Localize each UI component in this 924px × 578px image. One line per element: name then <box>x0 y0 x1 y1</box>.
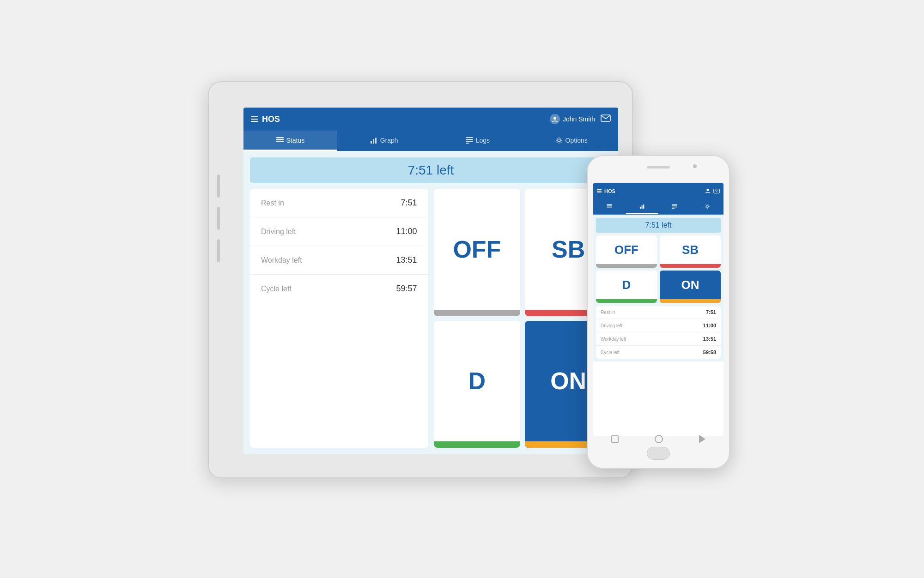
user-icon <box>550 114 560 124</box>
tab-status-label: Status <box>286 137 305 144</box>
status-btn-off[interactable]: OFF <box>434 189 521 316</box>
phone-status-sb-label: SB <box>660 235 721 264</box>
tablet-tabs: Status Graph <box>243 131 618 151</box>
status-btn-d[interactable]: D <box>434 321 521 448</box>
phone-user-icon <box>705 187 711 195</box>
svg-rect-16 <box>607 205 612 206</box>
tablet-header-right: John Smith <box>550 114 611 124</box>
tab-options[interactable]: Options <box>524 131 618 151</box>
tab-graph-label: Graph <box>380 137 398 144</box>
svg-rect-19 <box>641 205 642 208</box>
phone-stat-row-driving: Driving left 11:00 <box>596 319 721 332</box>
phone-stat-row-workday: Workday left 13:51 <box>596 332 721 346</box>
svg-point-13 <box>706 189 709 191</box>
stat-value-driving: 11:00 <box>396 227 417 236</box>
phone-status-sb-bar <box>660 264 721 268</box>
phone-nav-back[interactable] <box>611 435 619 443</box>
phone-status-btn-off[interactable]: OFF <box>596 235 657 268</box>
phone-stat-label-driving: Driving left <box>601 323 622 328</box>
phone-header-icons <box>705 187 720 195</box>
tablet-main-content: 7:51 left Rest in 7:51 Driving left <box>243 151 618 454</box>
stat-value-rest: 7:51 <box>401 198 417 208</box>
tab-logs-label: Logs <box>476 137 490 144</box>
svg-rect-1 <box>601 115 610 121</box>
tab-options-label: Options <box>565 137 588 144</box>
svg-rect-23 <box>672 206 677 207</box>
phone-content: 7:51 left OFF SB D <box>593 215 723 361</box>
tablet-button-mid <box>217 207 220 230</box>
phone-tab-status[interactable] <box>593 199 626 214</box>
phone-time-banner: 7:51 left <box>596 218 721 233</box>
phone-camera <box>693 164 697 168</box>
svg-rect-10 <box>466 141 473 142</box>
svg-rect-5 <box>371 141 372 144</box>
stat-value-workday: 13:51 <box>396 255 417 265</box>
svg-rect-21 <box>672 204 677 205</box>
phone-status-btn-sb[interactable]: SB <box>660 235 721 268</box>
svg-rect-4 <box>276 141 284 142</box>
phone-stat-value-rest: 7:51 <box>706 309 716 315</box>
status-btn-d-bar <box>434 441 521 448</box>
phone-tabs <box>593 199 723 215</box>
svg-rect-14 <box>714 189 720 193</box>
phone-status-off-label: OFF <box>596 235 657 264</box>
phone-header: HOS <box>593 183 723 199</box>
phone-device: HOS <box>587 155 730 469</box>
scene: HOS John Smith <box>208 81 716 497</box>
phone-speaker <box>647 166 670 169</box>
svg-rect-2 <box>276 137 284 138</box>
svg-point-12 <box>558 139 560 142</box>
svg-rect-24 <box>672 208 675 208</box>
phone-stats-panel: Rest in 7:51 Driving left 11:00 Workday … <box>596 306 721 359</box>
status-btn-d-label: D <box>434 321 521 442</box>
phone-envelope-icon[interactable] <box>713 187 720 195</box>
phone-status-d-label: D <box>596 271 657 299</box>
svg-rect-17 <box>607 206 612 207</box>
stat-label-workday: Workday left <box>261 256 302 265</box>
status-btn-off-label: OFF <box>434 189 521 310</box>
hamburger-icon[interactable] <box>251 116 258 122</box>
tablet-device: HOS John Smith <box>208 81 633 478</box>
status-btn-off-bar <box>434 310 521 316</box>
phone-stat-label-workday: Workday left <box>601 337 626 342</box>
phone-stat-label-rest: Rest in <box>601 310 615 315</box>
stat-row-rest: Rest in 7:51 <box>250 189 428 217</box>
svg-rect-15 <box>607 204 612 205</box>
tablet-app-title: HOS <box>262 114 280 124</box>
phone-tab-logs[interactable] <box>658 199 691 214</box>
tablet-button-bot <box>217 239 220 262</box>
phone-tab-options[interactable] <box>691 199 724 214</box>
tablet-time-banner: 7:51 left <box>250 157 612 183</box>
phone-nav-recent[interactable] <box>699 435 705 443</box>
phone-status-btn-d[interactable]: D <box>596 271 657 303</box>
phone-status-btn-on[interactable]: ON <box>660 271 721 303</box>
stat-label-rest: Rest in <box>261 199 284 207</box>
phone-home-button[interactable] <box>647 447 670 460</box>
tablet-envelope-icon[interactable] <box>601 114 611 124</box>
stat-row-cycle: Cycle left 59:57 <box>250 275 428 303</box>
svg-rect-22 <box>672 205 677 205</box>
phone-status-d-bar <box>596 299 657 303</box>
tablet-time-value: 7:51 left <box>408 163 454 177</box>
tablet-status-grid: OFF SB D ON <box>434 189 612 448</box>
tablet-header: HOS John Smith <box>243 108 618 131</box>
phone-stat-value-cycle: 59:58 <box>703 349 716 355</box>
svg-rect-11 <box>466 143 469 144</box>
tablet-logo-area: HOS <box>251 114 550 124</box>
svg-rect-3 <box>276 139 284 140</box>
phone-stat-value-driving: 11:00 <box>703 323 716 328</box>
phone-stat-label-cycle: Cycle left <box>601 350 620 355</box>
tablet-main-grid: Rest in 7:51 Driving left 11:00 Workday … <box>250 189 612 448</box>
phone-hamburger-icon[interactable] <box>597 189 602 193</box>
tab-status[interactable]: Status <box>243 131 337 151</box>
tablet-screen: HOS John Smith <box>243 108 618 454</box>
phone-nav-home[interactable] <box>655 435 663 443</box>
phone-tab-graph[interactable] <box>626 199 659 214</box>
svg-rect-9 <box>466 139 473 140</box>
tab-graph[interactable]: Graph <box>337 131 431 151</box>
tab-logs[interactable]: Logs <box>431 131 525 151</box>
stat-value-cycle: 59:57 <box>396 284 417 294</box>
phone-status-off-bar <box>596 264 657 268</box>
phone-stat-row-rest: Rest in 7:51 <box>596 306 721 319</box>
phone-nav-bar <box>593 435 723 443</box>
